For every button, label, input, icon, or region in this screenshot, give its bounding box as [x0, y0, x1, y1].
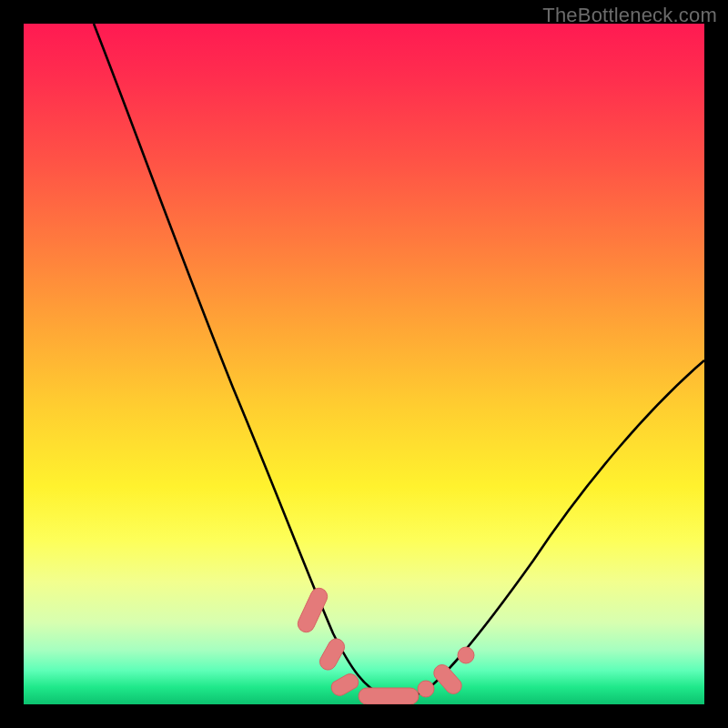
marker-capsule	[331, 674, 359, 696]
marker-group	[298, 588, 474, 704]
marker-capsule	[359, 688, 419, 704]
chart-frame: TheBottleneck.com	[0, 0, 728, 728]
chart-svg	[24, 24, 704, 704]
bottleneck-curve	[94, 24, 704, 698]
marker-capsule	[319, 639, 344, 670]
marker-dot	[418, 681, 434, 697]
marker-capsule	[434, 665, 461, 694]
marker-dot	[458, 647, 474, 663]
watermark-text: TheBottleneck.com	[542, 4, 717, 27]
plot-area	[24, 24, 704, 704]
